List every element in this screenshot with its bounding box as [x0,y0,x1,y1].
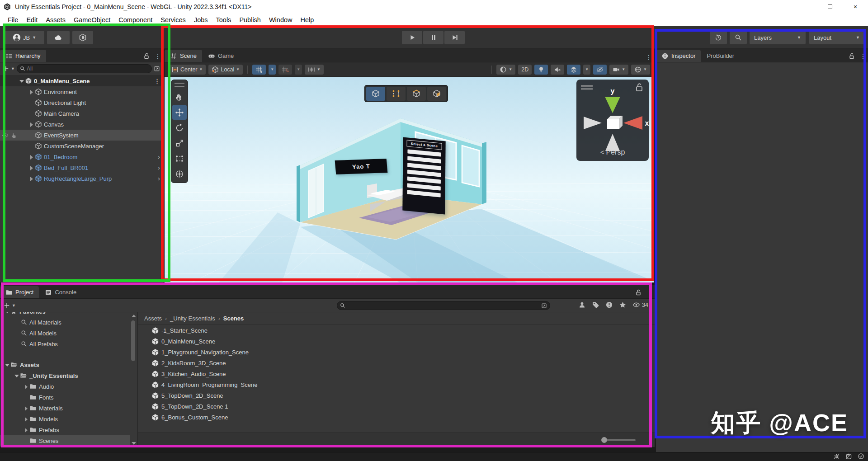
gizmos-dropdown[interactable]: ▼ [631,65,650,75]
kebab-menu-icon[interactable]: ⋮ [646,55,650,60]
create-dropdown-caret[interactable]: ▼ [12,303,16,308]
expand-arrow[interactable] [23,383,29,390]
pause-button[interactable] [423,31,443,44]
asset-0-mainmenu-scene[interactable]: 0_MainMenu_Scene [138,336,655,347]
asset-4-livingroom-programming-scene[interactable]: 4_LivingRoom_Programming_Scene [138,379,655,390]
move-tool-button[interactable] [172,105,187,120]
import-warning-icon[interactable] [605,301,613,309]
rotate-tool-button[interactable] [172,120,187,135]
folder-unity-essentials[interactable]: _Unity Essentials [0,370,130,381]
tab-console[interactable]: Console [39,286,82,298]
prefab-open-arrow[interactable]: › [158,165,160,170]
tab-inspector[interactable]: Inspector [656,50,701,62]
hierarchy-item-directional-light[interactable]: Directional Light [0,97,163,108]
search-picker-icon[interactable] [154,66,160,72]
close-button[interactable]: × [843,0,868,14]
search-provider-icon[interactable] [578,301,586,309]
breadcrumb-unity-essentials[interactable]: _Unity Essentials [170,315,215,322]
menu-services[interactable]: Services [156,14,190,26]
hidden-count-badge[interactable]: 34 [632,301,648,309]
breadcrumb-scenes[interactable]: Scenes [223,315,244,322]
scene-lighting-toggle[interactable] [534,65,548,75]
layers-dropdown[interactable]: Layers ▼ [750,31,806,44]
menu-assets[interactable]: Assets [42,14,70,26]
global-search-button[interactable] [730,31,747,44]
object-mode-button[interactable] [366,87,385,101]
favorites-header[interactable]: Favorites [0,312,130,317]
project-search-field[interactable] [337,301,550,310]
scene-viewport[interactable]: Yao T Select a Scene [165,77,654,282]
effects-toggle[interactable] [567,65,580,75]
hierarchy-item-main-camera[interactable]: Main Camera [0,108,163,119]
tool-pivot-dropdown[interactable]: Center ▼ [168,65,206,75]
lock-icon[interactable] [635,289,642,296]
kebab-menu-icon[interactable]: ⋮ [155,54,159,58]
face-mode-button[interactable] [427,87,446,101]
snap-increment-dropdown[interactable]: ▼ [305,65,324,75]
favorite-all-models[interactable]: All Models [0,328,130,339]
vertex-mode-button[interactable] [387,87,406,101]
menu-component[interactable]: Component [114,14,156,26]
menu-help[interactable]: Help [297,14,318,26]
tool-orientation-dropdown[interactable]: Local ▼ [208,65,243,75]
expand-arrow[interactable] [23,405,29,412]
favorite-all-prefabs[interactable]: All Prefabs [0,339,130,349]
debugger-detached-icon[interactable] [833,453,840,460]
asset-5-topdown-2d-scene-1[interactable]: 5_TopDown_2D_Scene 1 [138,401,655,412]
scrollbar-thumb[interactable] [131,320,135,361]
kebab-menu-icon[interactable]: ⋮ [646,290,651,295]
camera-settings-dropdown[interactable]: ▼ [609,65,628,75]
hierarchy-item-environment[interactable]: Environment [0,86,163,97]
asset-1-playground-navigation-scene[interactable]: 1_Playground_Navigation_Scene [138,347,655,358]
menu-window[interactable]: Window [265,14,297,26]
scale-tool-button[interactable] [172,136,187,151]
2d-toggle[interactable]: 2D [518,65,532,75]
search-picker-icon[interactable] [541,303,547,309]
hierarchy-search-input[interactable] [27,66,149,72]
audio-mute-toggle[interactable] [551,65,564,75]
expand-arrow[interactable] [28,89,35,95]
hierarchy-item-bed-full-br001[interactable]: Bed_Full_BR001› [0,162,163,173]
expand-arrow[interactable] [28,121,35,128]
lock-icon[interactable] [143,52,150,60]
cloud-button[interactable] [47,31,70,44]
expand-arrow[interactable] [4,312,10,315]
hierarchy-item-rugrectanglelarge-purp[interactable]: RugRectangleLarge_Purp› [0,173,163,184]
hierarchy-search-field[interactable] [17,64,152,73]
menu-file[interactable]: File [4,14,22,26]
hierarchy-item-canvas[interactable]: Canvas [0,119,163,130]
version-control-button[interactable] [72,31,93,44]
breadcrumb-assets[interactable]: Assets [144,315,162,322]
scroll-down-arrow[interactable] [132,442,136,445]
expand-arrow[interactable] [4,362,10,368]
menu-jobs[interactable]: Jobs [190,14,212,26]
scene-options-kebab[interactable]: ⋮ [154,78,160,85]
menu-publish[interactable]: Publish [235,14,265,26]
create-dropdown-caret[interactable]: ▼ [11,66,15,71]
step-button[interactable] [444,31,465,44]
tab-scene[interactable]: Scene [165,50,202,62]
folder-scenes[interactable]: Scenes [0,435,130,446]
folder-fonts[interactable]: Fonts [0,392,130,403]
label-tag-icon[interactable] [592,301,599,309]
prefab-open-arrow[interactable]: › [158,176,160,181]
grid-snapping-toggle[interactable] [278,65,292,75]
tab-probuilder[interactable]: ProBuilder [701,50,740,62]
transform-tool-button[interactable] [172,166,187,181]
projection-mode-label[interactable]: <Persp [576,148,649,156]
hidden-objects-toggle[interactable] [593,65,607,75]
grid-visibility-dropdown[interactable]: ▼ [269,65,276,75]
expand-arrow[interactable] [28,175,35,182]
account-dropdown[interactable]: JB ▼ [5,31,44,44]
play-button[interactable] [402,31,422,44]
scroll-up-arrow[interactable] [132,315,136,317]
folder-models[interactable]: Models [0,414,130,424]
slider-knob[interactable] [601,437,607,443]
expand-arrow[interactable] [28,165,35,171]
lock-icon[interactable] [848,52,855,60]
favorite-all-materials[interactable]: All Materials [0,317,130,328]
asset-2-kidsroom-3d-scene[interactable]: 2_KidsRoom_3D_Scene [138,358,655,368]
expand-arrow[interactable] [13,372,20,379]
asset-1-starter-scene[interactable]: -1_Starter_Scene [138,325,655,336]
minimize-button[interactable] [792,0,817,14]
